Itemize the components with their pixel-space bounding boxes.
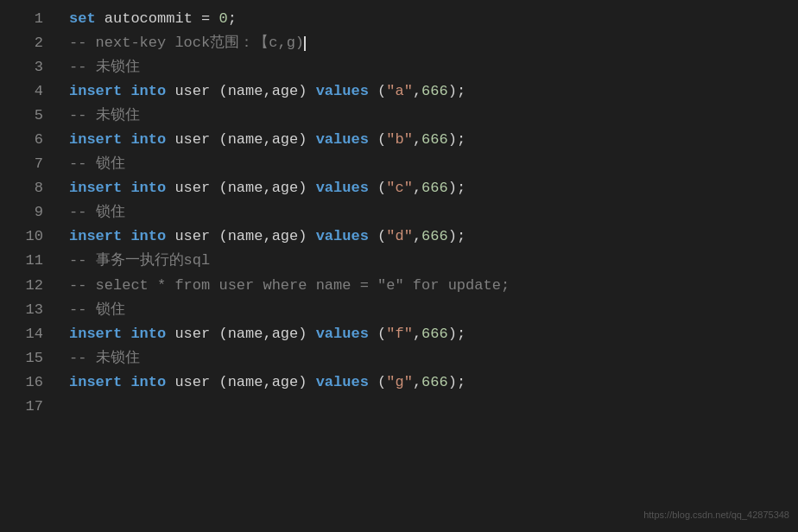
token-comment-gray: -- 未锁住 [69,107,140,124]
token-plain: ( [369,326,386,342]
token-kw: values [316,131,369,148]
token-comment-gray: -- select * from user where name = "e" f… [69,277,510,294]
token-comment-gray: -- 未锁住 [69,350,140,366]
token-comment-gray: -- next-key lock范围：【c,g) [69,35,304,51]
token-plain: ); [448,131,466,148]
code-line: -- 未锁住 [69,104,781,128]
watermark: https://blog.csdn.net/qq_42875348 [643,508,789,523]
code-line: -- select * from user where name = "e" f… [69,274,781,298]
line-number: 10 [9,225,43,249]
line-number: 15 [9,346,43,370]
code-line: -- next-key lock范围：【c,g) [69,31,781,55]
token-plain: ); [448,326,466,342]
code-line: -- 锁住 [69,152,781,176]
code-line: insert into user (name,age) values ("f",… [69,322,781,346]
token-plain: ( [369,180,386,196]
token-plain: autocommit = [96,10,219,27]
token-plain: ( [369,228,386,244]
line-number: 2 [9,31,43,55]
token-num: 666 [421,131,448,148]
code-line: insert into user (name,age) values ("c",… [69,176,781,200]
code-line: insert into user (name,age) values ("d",… [69,225,781,249]
line-number: 17 [9,395,43,419]
token-plain: ( [369,83,386,99]
code-line: -- 未锁住 [69,55,781,79]
token-kw: insert into [69,228,166,244]
token-num: 0 [218,10,227,27]
token-plain: user (name,age) [166,180,315,196]
code-line: -- 事务一执行的sql [69,249,781,273]
token-str: "c" [386,180,413,196]
token-plain: user (name,age) [166,374,315,390]
code-line: insert into user (name,age) values ("g",… [69,370,781,395]
token-kw: insert into [69,131,166,148]
token-num: 666 [421,374,448,390]
token-str: "f" [386,326,413,342]
token-comment-gray: -- 事务一执行的sql [69,252,210,269]
token-plain: ; [228,10,237,27]
token-plain: , [413,180,421,196]
token-kw: values [316,326,369,342]
line-number-gutter: 1234567891011121314151617 [0,7,52,419]
token-kw: values [316,228,369,244]
token-kw: insert into [69,374,166,390]
token-plain: ( [369,374,386,390]
token-kw: values [316,83,369,99]
line-number: 14 [9,322,43,346]
token-comment-gray: -- 锁住 [69,155,125,172]
token-plain: , [413,228,421,244]
token-plain: ); [448,180,466,196]
token-kw: values [316,180,369,196]
token-num: 666 [421,83,448,99]
line-number: 16 [9,370,43,395]
line-number: 4 [9,79,43,104]
token-kw: insert into [69,326,166,342]
token-plain: , [413,326,421,342]
token-str: "d" [386,228,413,244]
token-comment-gray: -- 锁住 [69,204,125,220]
line-number: 6 [9,128,43,152]
token-str: "b" [386,131,413,148]
token-str: "a" [386,83,413,99]
token-num: 666 [421,228,448,244]
line-number: 13 [9,298,43,322]
token-kw: insert into [69,180,166,196]
token-comment-gray: -- 锁住 [69,301,125,318]
line-number: 9 [9,200,43,225]
code-line [69,395,781,419]
token-plain: , [413,131,421,148]
token-num: 666 [421,326,448,342]
token-plain: ( [369,131,386,148]
line-number: 8 [9,176,43,200]
code-line: set autocommit = 0; [69,7,781,31]
line-number: 1 [9,7,43,31]
token-kw: insert into [69,83,166,99]
token-str: "g" [386,374,413,390]
code-content[interactable]: set autocommit = 0;-- next-key lock范围：【c… [52,7,798,419]
token-kw: values [316,374,369,390]
token-kw: set [69,10,96,27]
line-number: 12 [9,274,43,298]
code-editor: 1234567891011121314151617 set autocommit… [0,0,798,426]
line-number: 3 [9,55,43,79]
token-num: 666 [421,180,448,196]
token-comment-gray: -- 未锁住 [69,59,140,75]
token-plain: , [413,374,421,390]
token-plain: user (name,age) [166,326,315,342]
line-number: 5 [9,104,43,128]
line-number: 7 [9,152,43,176]
token-plain: user (name,age) [166,83,315,99]
token-plain: ); [448,83,466,99]
token-plain: user (name,age) [166,228,315,244]
code-line: insert into user (name,age) values ("b",… [69,128,781,152]
code-line: -- 锁住 [69,200,781,225]
text-cursor [304,36,306,51]
code-line: -- 锁住 [69,298,781,322]
token-plain: user (name,age) [166,131,315,148]
code-line: insert into user (name,age) values ("a",… [69,79,781,104]
line-number: 11 [9,249,43,273]
code-line: -- 未锁住 [69,346,781,370]
token-plain: ); [448,374,466,390]
token-plain: ); [448,228,466,244]
token-plain: , [413,83,421,99]
